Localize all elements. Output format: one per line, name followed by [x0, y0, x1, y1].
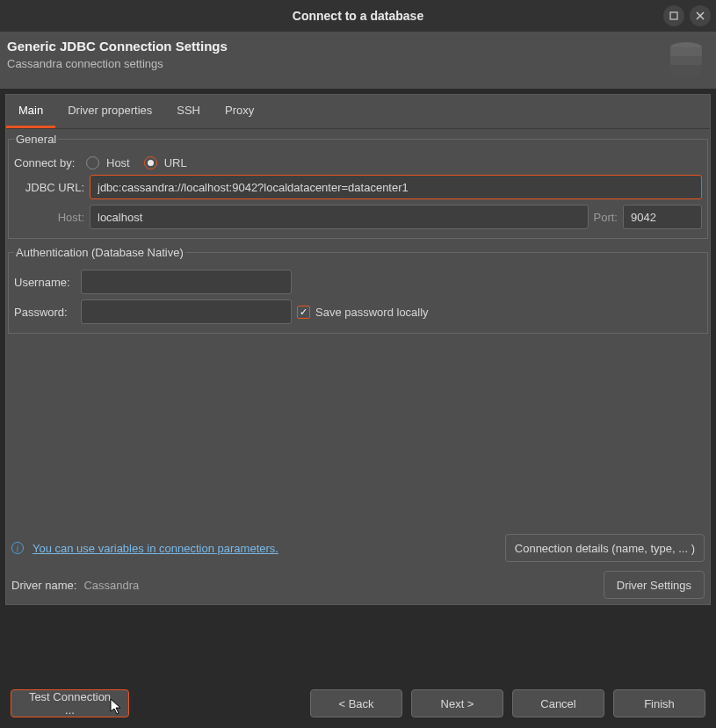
jdbc-url-input[interactable] [90, 175, 702, 199]
cancel-button[interactable]: Cancel [512, 689, 604, 717]
maximize-button[interactable] [663, 5, 684, 26]
settings-panel: Main Driver properties SSH Proxy General… [5, 94, 711, 605]
radio-url[interactable] [144, 156, 157, 169]
tab-ssh[interactable]: SSH [164, 95, 213, 128]
general-group: General Connect by: Host URL JDBC URL: H… [8, 133, 708, 239]
password-input[interactable] [81, 299, 292, 324]
dialog-header: Generic JDBC Connection Settings Cassand… [0, 32, 716, 89]
host-label: Host: [14, 211, 84, 224]
close-button[interactable] [690, 5, 711, 26]
window-title: Connect to a database [293, 9, 423, 23]
auth-legend: Authentication (Database Native) [14, 246, 185, 259]
svg-rect-0 [670, 12, 677, 19]
finish-button[interactable]: Finish [613, 689, 705, 717]
database-icon [665, 39, 707, 83]
driver-name-label: Driver name: [11, 579, 76, 592]
header-title: Generic JDBC Connection Settings [7, 39, 228, 54]
radio-host[interactable] [86, 156, 99, 169]
save-password-label: Save password locally [315, 306, 429, 319]
header-subtitle: Cassandra connection settings [7, 57, 228, 70]
port-label: Port: [594, 211, 618, 224]
back-button[interactable]: < Back [310, 689, 402, 717]
connect-by-label: Connect by: [14, 156, 81, 169]
variables-link[interactable]: You can use variables in connection para… [33, 542, 278, 555]
next-button[interactable]: Next > [411, 689, 503, 717]
host-input[interactable] [90, 205, 589, 229]
radio-url-label: URL [164, 156, 187, 169]
info-icon: i [11, 542, 24, 554]
connection-details-button[interactable]: Connection details (name, type, ... ) [505, 534, 705, 562]
driver-name-value: Cassandra [83, 579, 139, 592]
driver-settings-button[interactable]: Driver Settings [604, 571, 705, 599]
password-label: Password: [14, 306, 76, 319]
port-input[interactable] [623, 205, 702, 229]
username-input[interactable] [81, 270, 292, 294]
titlebar: Connect to a database [0, 0, 716, 32]
jdbc-url-label: JDBC URL: [14, 181, 84, 194]
tab-driver-properties[interactable]: Driver properties [55, 95, 164, 128]
footer: Test Connection ... < Back Next > Cancel… [0, 679, 716, 728]
auth-group: Authentication (Database Native) Usernam… [8, 246, 708, 334]
radio-host-label: Host [106, 156, 130, 169]
username-label: Username: [14, 276, 76, 289]
tab-main[interactable]: Main [6, 95, 55, 128]
tabs: Main Driver properties SSH Proxy [6, 95, 710, 129]
save-password-checkbox[interactable]: ✓ [297, 306, 310, 319]
general-legend: General [14, 133, 58, 146]
test-connection-button[interactable]: Test Connection ... [11, 689, 129, 717]
tab-proxy[interactable]: Proxy [213, 95, 266, 128]
